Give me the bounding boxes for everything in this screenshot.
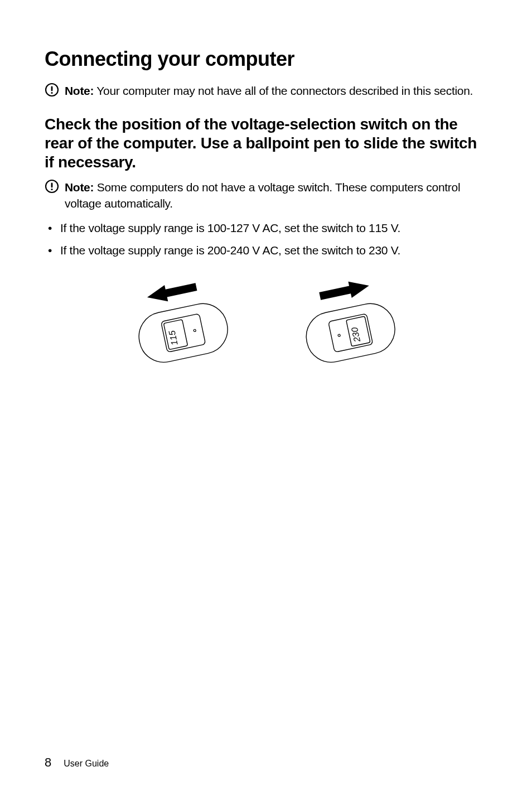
- note-text-1: Note: Your computer may not have all of …: [65, 83, 473, 99]
- switch-label-230: 230: [350, 326, 362, 344]
- note-body: Your computer may not have all of the co…: [94, 84, 473, 97]
- voltage-switch-115-figure: 115: [124, 270, 241, 387]
- alert-icon: [45, 83, 59, 99]
- section-heading: Check the position of the voltage-select…: [45, 115, 487, 172]
- switch-label-115: 115: [167, 330, 180, 346]
- footer-label: User Guide: [64, 759, 109, 769]
- svg-rect-7: [134, 299, 232, 367]
- svg-rect-4: [51, 183, 53, 188]
- figure-row: 115 230: [45, 270, 487, 387]
- svg-point-5: [51, 189, 52, 190]
- list-item: If the voltage supply range is 100-127 V…: [45, 219, 487, 237]
- svg-marker-11: [318, 278, 371, 305]
- bullet-list: If the voltage supply range is 100-127 V…: [45, 219, 487, 259]
- list-item: If the voltage supply range is 200-240 V…: [45, 242, 487, 259]
- arrow-right-icon: [318, 278, 371, 305]
- note-block-2: Note: Some computers do not have a volta…: [45, 180, 487, 211]
- voltage-switch-230-figure: 230: [291, 270, 408, 387]
- svg-point-10: [194, 329, 196, 332]
- page-title: Connecting your computer: [45, 47, 487, 71]
- note-block-1: Note: Your computer may not have all of …: [45, 83, 487, 99]
- svg-point-2: [51, 92, 52, 94]
- svg-rect-1: [51, 86, 53, 91]
- note-body: Some computers do not have a voltage swi…: [65, 181, 460, 209]
- page-footer: 8 User Guide: [45, 755, 109, 770]
- note-label: Note:: [65, 181, 94, 194]
- arrow-left-icon: [146, 279, 198, 306]
- svg-point-15: [338, 334, 341, 337]
- page-number: 8: [45, 755, 51, 770]
- alert-icon: [45, 179, 59, 196]
- note-label: Note:: [65, 84, 94, 97]
- svg-marker-6: [146, 279, 198, 306]
- note-text-2: Note: Some computers do not have a volta…: [65, 180, 487, 211]
